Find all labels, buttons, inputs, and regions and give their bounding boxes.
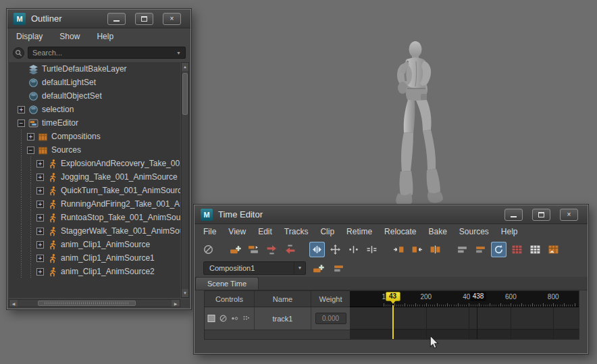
trim-clip-end-icon[interactable]	[409, 242, 425, 257]
menu-item-clip[interactable]: Clip	[320, 227, 334, 236]
add-clip-icon[interactable]	[228, 242, 243, 257]
tree-item[interactable]: defaultObjectSet	[9, 89, 180, 103]
menu-item-help[interactable]: Help	[97, 32, 113, 41]
track-name[interactable]: track1	[273, 315, 293, 323]
tree-indent-guide	[18, 265, 27, 278]
scroll-down-arrow[interactable]: ▼	[182, 289, 188, 297]
ruler-minor-tick	[486, 305, 486, 307]
menu-item-tracks[interactable]: Tracks	[284, 227, 309, 236]
expand-icon[interactable]: +	[27, 133, 34, 140]
track-weight-field[interactable]: 0.000	[315, 313, 346, 324]
menu-item-bake[interactable]: Bake	[428, 227, 446, 236]
expand-icon[interactable]: +	[36, 228, 44, 235]
tree-item[interactable]: +ExplosionAndRecovery_Take_001_	[9, 157, 180, 170]
filter-button[interactable]	[13, 47, 24, 59]
tree-item[interactable]: +anim_Clip1_AnimSource	[9, 238, 180, 251]
vertical-scrollbar[interactable]: ▲ ▼	[181, 62, 189, 298]
menu-item-display[interactable]: Display	[16, 32, 43, 41]
ungroup-clips-icon[interactable]	[473, 242, 488, 257]
expand-icon[interactable]: +	[36, 214, 44, 222]
timeline[interactable]: 1200400600800 438 43	[350, 291, 579, 339]
menu-item-view[interactable]: View	[228, 227, 246, 236]
expand-icon[interactable]: +	[36, 160, 44, 167]
expand-icon[interactable]: +	[36, 255, 44, 262]
move-clips-icon[interactable]	[328, 242, 343, 257]
tab-scene-time[interactable]: Scene Time	[195, 277, 259, 290]
tree-item[interactable]: +anim_Clip1_AnimSource2	[9, 265, 180, 278]
tree-item[interactable]: +StaggerWalk_Take_001_AnimSour	[9, 224, 180, 238]
collapse-icon[interactable]: −	[18, 120, 25, 127]
scroll-left-arrow[interactable]: ◀	[9, 300, 18, 307]
time-editor-titlebar[interactable]: M Time Editor ×	[194, 205, 588, 224]
tree-item[interactable]: −timeEditor	[9, 116, 180, 130]
composition-row: Composition1 ▼	[194, 259, 588, 277]
playhead[interactable]: 43	[385, 291, 401, 339]
menu-item-relocate[interactable]: Relocate	[384, 227, 416, 236]
menu-item-sources[interactable]: Sources	[459, 227, 489, 236]
tree-item[interactable]: +Jogging_Take_001_AnimSource	[9, 170, 180, 184]
tree-item[interactable]: +Compositions	[9, 130, 180, 143]
expand-icon[interactable]: +	[18, 106, 25, 113]
outliner-titlebar[interactable]: M Outliner ×	[7, 9, 190, 28]
expand-icon[interactable]: +	[36, 201, 44, 208]
add-composition-icon[interactable]	[311, 261, 326, 276]
search-input[interactable]: Search... ▼	[28, 47, 186, 59]
mute-table-icon[interactable]	[509, 242, 525, 257]
composition-list-icon[interactable]	[331, 261, 346, 276]
tree-item[interactable]: −Sources	[9, 143, 180, 157]
tree-item[interactable]: TurtleDefaultBakeLayer	[9, 62, 180, 76]
trim-clip-start-icon[interactable]	[391, 242, 407, 257]
keys-table-icon[interactable]	[527, 242, 543, 257]
import-animation-icon[interactable]	[264, 242, 280, 257]
track-color-swatch[interactable]	[207, 314, 216, 323]
menu-item-retime[interactable]: Retime	[346, 227, 372, 236]
ripple-edit-icon[interactable]	[309, 242, 325, 257]
tree-item[interactable]: +QuickTurn_Take_001_AnimSource	[9, 184, 180, 197]
tree-item[interactable]: +RuntoaStop_Take_001_AnimSourc	[9, 211, 180, 224]
track-solo-icon[interactable]	[230, 314, 239, 323]
vertical-scroll-thumb[interactable]	[182, 73, 188, 115]
ruler-minor-tick	[484, 305, 484, 307]
track-mute-icon[interactable]	[219, 314, 228, 323]
menu-item-help[interactable]: Help	[501, 227, 518, 236]
composition-dropdown[interactable]: Composition1 ▼	[203, 261, 306, 275]
menu-item-show[interactable]: Show	[59, 32, 80, 41]
range-end-marker[interactable]: 438	[470, 292, 487, 301]
playhead-frame-label[interactable]: 43	[386, 292, 400, 301]
ripple-insert-icon[interactable]	[346, 242, 361, 257]
ruler-minor-tick	[494, 305, 494, 307]
tree-item[interactable]: +RunningAndFiring2_Take_001_An	[9, 197, 180, 211]
minimize-button[interactable]	[107, 13, 126, 25]
horizontal-scrollbar[interactable]: ◀ ▶	[9, 299, 180, 307]
close-button[interactable]: ×	[560, 209, 578, 221]
menu-item-file[interactable]: File	[203, 227, 216, 236]
close-button[interactable]: ×	[163, 13, 181, 25]
ripple-trim-icon[interactable]	[364, 242, 380, 257]
expand-icon[interactable]: +	[36, 241, 44, 249]
tree-item[interactable]: +anim_Clip1_AnimSource1	[9, 251, 180, 265]
mute-all-icon[interactable]	[201, 242, 216, 257]
group-clips-icon[interactable]	[455, 242, 470, 257]
minimize-button[interactable]	[504, 209, 523, 221]
add-clip-group-icon[interactable]	[246, 242, 261, 257]
collapse-icon[interactable]: −	[27, 147, 34, 154]
search-dropdown-arrow[interactable]: ▼	[176, 51, 181, 55]
track-row[interactable]: track1 0.000	[205, 307, 350, 330]
ruler-minor-tick	[477, 305, 477, 307]
split-clip-icon[interactable]	[427, 242, 443, 257]
maximize-button[interactable]	[135, 13, 153, 25]
track-ghost-icon[interactable]	[242, 314, 251, 323]
tree-item[interactable]: +selection	[9, 103, 180, 116]
scroll-up-arrow[interactable]: ▲	[182, 63, 188, 71]
scroll-right-arrow[interactable]: ▶	[172, 300, 180, 307]
clips-table-icon[interactable]	[546, 242, 561, 257]
expand-icon[interactable]: +	[36, 187, 44, 194]
snap-toggle-icon[interactable]	[491, 242, 507, 257]
export-animation-icon[interactable]	[282, 242, 298, 257]
menu-item-edit[interactable]: Edit	[258, 227, 272, 236]
tree-item[interactable]: defaultLightSet	[9, 76, 180, 89]
horizontal-scroll-thumb[interactable]	[38, 301, 136, 306]
expand-icon[interactable]: +	[36, 174, 44, 181]
expand-icon[interactable]: +	[36, 268, 44, 276]
maximize-button[interactable]	[532, 209, 550, 221]
